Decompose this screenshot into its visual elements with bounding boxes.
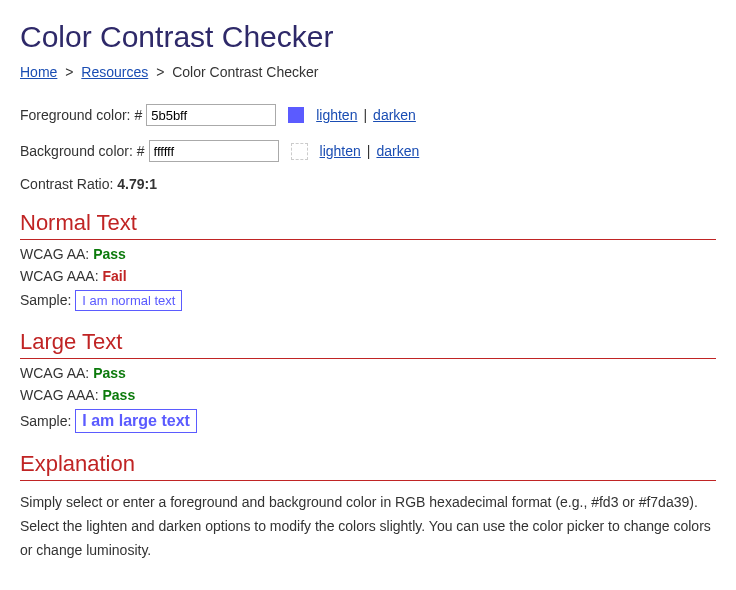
normal-aaa-label: WCAG AAA: [20, 268, 102, 284]
foreground-input[interactable] [146, 104, 276, 126]
large-aa-row: WCAG AA: Pass [20, 365, 716, 381]
normal-text-heading: Normal Text [20, 210, 716, 240]
breadcrumb-current: Color Contrast Checker [172, 64, 318, 80]
background-label: Background color: # [20, 143, 145, 159]
normal-sample-text: I am normal text [75, 290, 182, 311]
page-title: Color Contrast Checker [20, 20, 716, 54]
breadcrumb-sep: > [156, 64, 164, 80]
breadcrumb-home[interactable]: Home [20, 64, 57, 80]
large-sample-row: Sample: I am large text [20, 409, 716, 433]
large-text-heading: Large Text [20, 329, 716, 359]
background-lighten-link[interactable]: lighten [320, 143, 361, 159]
normal-aa-label: WCAG AA: [20, 246, 93, 262]
link-sep: | [367, 143, 371, 159]
background-darken-link[interactable]: darken [376, 143, 419, 159]
background-swatch[interactable] [291, 143, 308, 160]
large-aa-result: Pass [93, 365, 126, 381]
background-input[interactable] [149, 140, 279, 162]
normal-aaa-result: Fail [102, 268, 126, 284]
large-aaa-label: WCAG AAA: [20, 387, 102, 403]
normal-aaa-row: WCAG AAA: Fail [20, 268, 716, 284]
breadcrumb-sep: > [65, 64, 73, 80]
normal-aa-row: WCAG AA: Pass [20, 246, 716, 262]
breadcrumb: Home > Resources > Color Contrast Checke… [20, 64, 716, 80]
normal-aa-result: Pass [93, 246, 126, 262]
foreground-label: Foreground color: # [20, 107, 142, 123]
link-sep: | [363, 107, 367, 123]
foreground-row: Foreground color: # lighten | darken [20, 104, 716, 126]
normal-sample-label: Sample: [20, 292, 75, 308]
large-aa-label: WCAG AA: [20, 365, 93, 381]
foreground-swatch[interactable] [288, 107, 304, 123]
large-sample-label: Sample: [20, 413, 75, 429]
foreground-lighten-link[interactable]: lighten [316, 107, 357, 123]
large-sample-text: I am large text [75, 409, 197, 433]
foreground-darken-link[interactable]: darken [373, 107, 416, 123]
explanation-heading: Explanation [20, 451, 716, 481]
contrast-ratio-row: Contrast Ratio: 4.79:1 [20, 176, 716, 192]
large-aaa-result: Pass [102, 387, 135, 403]
background-row: Background color: # lighten | darken [20, 140, 716, 162]
contrast-ratio-label: Contrast Ratio: [20, 176, 117, 192]
large-aaa-row: WCAG AAA: Pass [20, 387, 716, 403]
contrast-ratio-value: 4.79:1 [117, 176, 157, 192]
breadcrumb-resources[interactable]: Resources [81, 64, 148, 80]
normal-sample-row: Sample: I am normal text [20, 290, 716, 311]
explanation-body: Simply select or enter a foreground and … [20, 491, 716, 562]
